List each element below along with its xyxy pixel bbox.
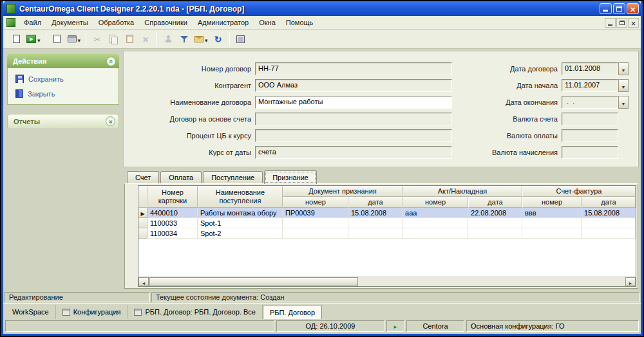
recognition-grid: Номер карточки Наименование поступления … bbox=[138, 185, 636, 287]
mdi-minimize-button[interactable] bbox=[605, 18, 616, 28]
mail-icon bbox=[194, 36, 204, 42]
payment-currency-field[interactable] bbox=[562, 129, 618, 142]
contract-number-field[interactable]: НН-77 bbox=[255, 62, 452, 75]
cell[interactable]: Spot-2 bbox=[198, 228, 283, 239]
paste-button[interactable] bbox=[122, 32, 137, 47]
cut-icon bbox=[94, 33, 101, 45]
workspace-tab[interactable]: WorkSpace bbox=[6, 305, 56, 319]
print-button[interactable] bbox=[66, 32, 83, 47]
app-name-status: Centora bbox=[406, 320, 464, 332]
cut-button[interactable] bbox=[90, 32, 105, 47]
filter-button[interactable] bbox=[176, 32, 192, 47]
scroll-left-button[interactable] bbox=[138, 277, 149, 286]
menu-documents[interactable]: Документы bbox=[46, 17, 93, 28]
cell[interactable] bbox=[283, 218, 348, 228]
copy-button[interactable] bbox=[106, 32, 121, 47]
cell[interactable] bbox=[468, 228, 522, 239]
cb-percent-field[interactable] bbox=[255, 129, 452, 142]
mdi-restore-button[interactable] bbox=[616, 18, 627, 28]
new-document-icon bbox=[13, 35, 20, 43]
horizontal-scrollbar[interactable] bbox=[138, 277, 636, 286]
cell[interactable]: 1100034 bbox=[147, 228, 198, 239]
cell[interactable] bbox=[522, 218, 582, 228]
contract-date-dropdown-button[interactable] bbox=[618, 62, 629, 75]
start-date-dropdown-button[interactable] bbox=[618, 79, 629, 92]
menu-references[interactable]: Справочники bbox=[139, 17, 193, 28]
cell[interactable]: 15.08.2008 bbox=[582, 208, 636, 218]
contract-name-field[interactable]: Монтажные работы bbox=[255, 96, 452, 109]
expand-button[interactable] bbox=[106, 116, 115, 126]
cell[interactable] bbox=[582, 218, 636, 228]
cell[interactable]: ПР00039 bbox=[283, 208, 348, 218]
invoice-currency-field[interactable] bbox=[562, 113, 618, 125]
refresh-button[interactable] bbox=[211, 32, 226, 47]
form-row: Номер договор НН-77 Дата договора 01.01.… bbox=[129, 60, 629, 77]
counterparty-field[interactable]: ООО Алмаз bbox=[255, 79, 452, 92]
cell[interactable]: 22.08.2008 bbox=[468, 208, 522, 218]
contract-tab[interactable]: РБП. Договор bbox=[263, 305, 322, 319]
screen: CentaurOmega Client Designer 2.2.20.1 nd… bbox=[0, 0, 644, 337]
cell[interactable] bbox=[402, 218, 468, 228]
end-date-dropdown-button[interactable] bbox=[618, 96, 629, 109]
reports-panel-header[interactable]: Отчеты bbox=[7, 114, 119, 128]
cell[interactable] bbox=[348, 228, 402, 239]
menu-windows[interactable]: Окна bbox=[254, 17, 281, 28]
actions-panel-header[interactable]: Действия bbox=[7, 54, 119, 68]
end-date-field[interactable]: . . bbox=[562, 96, 618, 109]
mail-button[interactable] bbox=[193, 32, 210, 47]
scrollbar-thumb[interactable] bbox=[149, 277, 358, 286]
app-window: CentaurOmega Client Designer 2.2.20.1 nd… bbox=[1, 1, 643, 336]
configuration-tab[interactable]: Конфигурация bbox=[56, 305, 128, 319]
tab-postuplenie[interactable]: Поступление bbox=[203, 171, 263, 183]
cell[interactable] bbox=[522, 228, 582, 239]
scroll-right-button[interactable] bbox=[625, 277, 636, 286]
base-invoice-field[interactable] bbox=[255, 113, 452, 125]
tab-schet[interactable]: Счет bbox=[127, 171, 159, 183]
collapse-button[interactable] bbox=[106, 57, 116, 66]
grid-panel: Номер карточки Наименование поступления … bbox=[124, 183, 638, 289]
organization-button[interactable] bbox=[233, 32, 249, 47]
toolbar-separator bbox=[86, 33, 86, 46]
workspace-tabbar: WorkSpace Конфигурация РБП. Договор: РБП… bbox=[3, 303, 641, 319]
cell[interactable]: 4400010 bbox=[147, 208, 198, 218]
minimize-button[interactable] bbox=[600, 3, 612, 14]
table-row[interactable]: 4400010 Работы монтажа обору ПР00039 15.… bbox=[138, 208, 636, 218]
close-button[interactable] bbox=[627, 3, 639, 14]
rate-date-field[interactable]: счета bbox=[255, 146, 452, 159]
contract-list-tab[interactable]: РБП. Договор: РБП. Договор. Все bbox=[128, 305, 262, 319]
mdi-child-icon[interactable] bbox=[6, 18, 15, 27]
run-export-button[interactable] bbox=[24, 32, 43, 47]
menu-help[interactable]: Помощь bbox=[281, 17, 319, 28]
start-date-field[interactable]: 11.01.2007 bbox=[562, 79, 618, 92]
cell[interactable] bbox=[468, 218, 522, 228]
actions-panel-body: Сохранить Закрыть bbox=[7, 68, 119, 105]
cell[interactable]: 1100033 bbox=[147, 218, 198, 228]
save-icon bbox=[15, 75, 24, 83]
new-document-button[interactable] bbox=[8, 32, 24, 47]
cell[interactable] bbox=[348, 218, 402, 228]
menu-processing[interactable]: Обработка bbox=[93, 17, 139, 28]
save-action[interactable]: Сохранить bbox=[15, 75, 111, 83]
cell[interactable] bbox=[402, 228, 468, 239]
menu-file[interactable]: Файл bbox=[19, 17, 46, 28]
close-action[interactable]: Закрыть bbox=[15, 89, 111, 98]
maximize-button[interactable] bbox=[613, 3, 625, 14]
menu-administrator[interactable]: Администратор bbox=[193, 17, 254, 28]
accrual-currency-field[interactable] bbox=[562, 146, 618, 159]
contract-date-field[interactable]: 01.01.2008 bbox=[562, 62, 618, 75]
cell[interactable] bbox=[283, 228, 348, 239]
cell[interactable] bbox=[582, 228, 636, 239]
cell[interactable]: 15.08.2008 bbox=[348, 208, 402, 218]
table-row[interactable]: 1100034 Spot-2 bbox=[138, 228, 636, 239]
cell[interactable]: ааа bbox=[402, 208, 468, 218]
tab-priznanie[interactable]: Признание bbox=[264, 170, 317, 184]
cell[interactable]: ввв bbox=[522, 208, 582, 218]
user-button[interactable] bbox=[160, 32, 176, 47]
table-row[interactable]: 1100033 Spot-1 bbox=[138, 218, 636, 228]
mdi-close-button[interactable] bbox=[628, 18, 639, 28]
tab-oplata[interactable]: Оплата bbox=[160, 171, 202, 183]
cell[interactable]: Работы монтажа обору bbox=[198, 208, 283, 218]
create-document-button[interactable] bbox=[50, 32, 65, 47]
delete-button[interactable] bbox=[138, 32, 153, 47]
cell[interactable]: Spot-1 bbox=[198, 218, 283, 228]
